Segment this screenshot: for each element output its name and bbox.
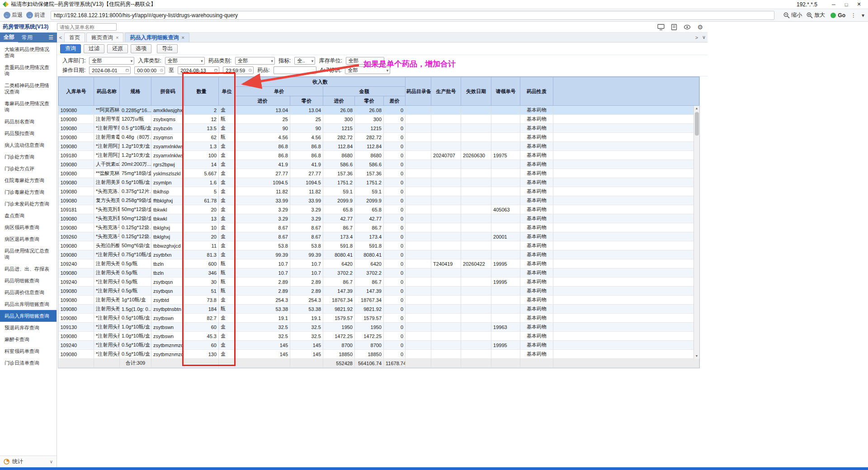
tab-drug-warehousing-query[interactable]: 药品入库明细账查询 × xyxy=(125,33,189,42)
dept-select[interactable]: 全部▾ xyxy=(89,57,134,65)
table-vertical-scrollbar[interactable]: ▲ ▼ xyxy=(693,106,699,359)
table-row[interactable]: 109130*注射用头孢...1.0g*10瓶/盒zsytbswn60盒32.5… xyxy=(59,323,699,332)
table-row[interactable]: 109080**阿莫西林...0.2285g*16...amxlklwsjghx… xyxy=(59,106,699,115)
sidebar-item[interactable]: 麻醉卡查询 xyxy=(0,334,57,345)
column-header-drug-name[interactable]: 药品名称 xyxy=(94,77,120,106)
sidebar-item[interactable]: 药品明细账查询 xyxy=(0,275,57,287)
tab-home[interactable]: 首页 xyxy=(64,33,85,42)
sidebar-item[interactable]: 病区领药单查询 xyxy=(0,221,57,233)
settings-gear-icon[interactable]: ⚙ xyxy=(697,24,703,30)
query-button[interactable]: 查询 xyxy=(60,44,81,53)
column-header-pinyin[interactable]: 拼音码 xyxy=(151,77,184,106)
table-row[interactable]: 109080*注射用苄星...0.5 g*10瓶/盒zsybzxln13.5盒9… xyxy=(59,124,699,133)
time-to-input[interactable]: 23:59:59 xyxy=(223,66,254,74)
column-header-cost-amount[interactable]: 进价 xyxy=(323,96,355,106)
column-header-order-no[interactable]: 入库单号 xyxy=(59,77,94,106)
sidebar-item[interactable]: 预退药库存查询 xyxy=(0,322,57,334)
column-group-income[interactable]: 收入数 xyxy=(235,77,406,87)
forward-button[interactable]: → 前进 xyxy=(26,11,45,19)
table-row[interactable]: 109240注射用头孢...0.5g/瓶tbzln600瓶10.710.7642… xyxy=(59,259,699,268)
table-row[interactable]: 109080人干扰素α2...20ml:200万...rgrs2bpwj14盒4… xyxy=(59,160,699,169)
filter-button[interactable]: 过滤 xyxy=(84,44,104,53)
sidebar-item[interactable]: 病区退药单查询 xyxy=(0,233,57,245)
table-row[interactable]: 109181*头孢克肟颗粒50mg*12袋/盒tbkwkl20盒3.293.29… xyxy=(59,205,699,214)
sidebar-item[interactable]: 药品调价信息查询 xyxy=(0,287,57,298)
column-group-amount[interactable]: 金额 xyxy=(323,87,406,96)
sidebar-item[interactable]: 毒麻药品使用情况查询 xyxy=(0,98,57,116)
table-row[interactable]: 109080*注射用头孢...0.5g*10瓶/盒zsytbmznmzd130盒… xyxy=(59,350,699,359)
column-header-expiry[interactable]: 失效日期 xyxy=(461,77,491,106)
sidebar-item[interactable]: 贵重药品使用情况查询 xyxy=(0,61,57,80)
column-header-cost-price[interactable]: 进价 xyxy=(235,96,290,106)
chevron-down-icon[interactable]: ∨ xyxy=(50,459,53,464)
sidebar-item[interactable]: 药品别名查询 xyxy=(0,116,57,127)
table-row[interactable]: 109080复方头孢克...0.258g*9袋/盒fftbklghxj61.78… xyxy=(59,196,699,205)
column-header-nature[interactable]: 药品性质 xyxy=(520,77,553,106)
column-group-unit-price[interactable]: 单价 xyxy=(235,87,323,96)
table-row[interactable]: 109080*头孢克洛干...0.125g*12袋...tbklghxj10盒8… xyxy=(59,223,699,232)
table-row[interactable]: 109080头孢泊肟酯...50mg*6袋/盒tbbwzghxjcd11盒53.… xyxy=(59,241,699,250)
type-select[interactable]: 全部▾ xyxy=(165,57,205,65)
close-tab-icon[interactable]: × xyxy=(116,35,118,40)
table-row[interactable]: 109080*注射用头孢...0.5g/瓶zsytbqsn51瓶2.892.89… xyxy=(59,287,699,296)
table-row[interactable]: 109080注射用头孢...1g*10瓶/盒zsytbtd73.8盒254.32… xyxy=(59,296,699,305)
column-header-req-no[interactable]: 请领单号 xyxy=(491,77,520,106)
indicator-select[interactable]: 全..▾ xyxy=(294,57,315,65)
sidebar-item[interactable]: 门诊处方点评 xyxy=(0,163,57,174)
menu-collapse-icon[interactable]: ☰ xyxy=(48,34,53,41)
sidebar-item[interactable]: 门诊处方查询 xyxy=(0,151,57,163)
maximize-icon[interactable]: □ xyxy=(840,2,853,7)
time-from-input[interactable]: 00:00:00 xyxy=(134,66,165,74)
column-header-batch[interactable]: 生产批号 xyxy=(431,77,461,106)
table-row[interactable]: 109080注射用苄星...120万u/瓶zsybxqms12瓶25253003… xyxy=(59,115,699,124)
options-button[interactable]: 选项 xyxy=(131,44,151,53)
browser-menu-icon[interactable]: ⋮ xyxy=(851,12,856,19)
scroll-up-icon[interactable]: ▲ xyxy=(695,106,698,111)
date-from-input[interactable]: 2024-08-01 xyxy=(89,66,131,74)
sidebar-item[interactable]: 药品进、出、存报表 xyxy=(0,263,57,275)
table-row[interactable]: 109080*头孢克肟颗粒50mg*12袋/盒tbkwkl13盒3.293.29… xyxy=(59,214,699,223)
back-button[interactable]: ← 后退 xyxy=(4,11,23,19)
sidebar-item[interactable]: 药品使用情况汇总查询 xyxy=(0,245,57,263)
sidebar-item[interactable]: 门诊日清单查询 xyxy=(0,357,57,369)
table-row[interactable]: 109080**盐酸克林...75mg*18袋/盒ysklmszlszkl5.6… xyxy=(59,169,699,178)
table-row[interactable]: 109080*注射用头孢...1.0g*10瓶/盒zsytbswn45.3盒32… xyxy=(59,332,699,341)
eye-icon[interactable] xyxy=(684,24,691,30)
category-select[interactable]: 全部▾ xyxy=(235,57,275,65)
go-button[interactable]: Go xyxy=(838,12,845,19)
tab-list-dropdown-icon[interactable]: ∨ xyxy=(700,34,708,42)
sidebar-item[interactable]: 药品入库明细账查询 xyxy=(0,310,57,322)
close-tab-icon[interactable]: × xyxy=(181,35,184,40)
table-row[interactable]: 109240*注射用头孢...0.5g/瓶zsytbqsn30瓶2.892.89… xyxy=(59,277,699,287)
zoom-out-button[interactable]: 缩小 xyxy=(783,11,802,19)
column-header-spec[interactable]: 规格 xyxy=(120,77,151,106)
sidebar-item[interactable]: 二类精神药品使用情况查询 xyxy=(0,80,57,98)
sidebar-item[interactable]: 门诊未发药处方查询 xyxy=(0,198,57,210)
stats-section-header[interactable]: 统计 ∨ xyxy=(0,456,57,467)
sidebar-item[interactable]: 住院毒麻处方查询 xyxy=(0,174,57,186)
tab-scroll-right-icon[interactable]: > xyxy=(693,35,700,42)
sidebar-item[interactable]: 大输液药品使用情况查询 xyxy=(0,43,57,61)
table-row[interactable]: 109080*注射用头孢...0.75g*10瓶/盒zsytbfxn81.3盒9… xyxy=(59,250,699,259)
tab-scroll-left-icon[interactable]: < xyxy=(57,35,64,42)
table-row[interactable]: 109080*注射用头孢...0.5g*10瓶/盒zsytbswn82.7盒19… xyxy=(59,314,699,323)
sidebar-tab-common[interactable]: 常用 xyxy=(18,33,36,42)
date-to-input[interactable]: 2024-08-13 xyxy=(178,66,219,74)
export-button[interactable]: 导出 xyxy=(157,44,178,53)
sidebar-item[interactable]: 药品出库明细账查询 xyxy=(0,298,57,310)
scrollbar-thumb[interactable] xyxy=(695,112,699,136)
menu-search-input[interactable] xyxy=(57,23,117,31)
restore-button[interactable]: 还原 xyxy=(107,44,128,53)
sidebar-item[interactable]: 盘点查询 xyxy=(0,210,57,221)
table-row[interactable]: 109240*注射用头孢...0.5g*10瓶/盒zsytbmznmzd60盒1… xyxy=(59,341,699,350)
table-row[interactable]: 109080*头孢克洛...0.375g*12片...tbklhsp5盒11.8… xyxy=(59,187,699,196)
table-row[interactable]: 109080*注射用阿莫...1.2g*10支/盒zsyamxlnklws1.3… xyxy=(59,142,699,151)
column-header-unit[interactable]: 单位 xyxy=(219,77,235,106)
sidebar-item[interactable]: 门诊毒麻处方查询 xyxy=(0,186,57,198)
sidebar-tab-all[interactable]: 全部 xyxy=(0,33,18,43)
zoom-in-button[interactable]: 放大 xyxy=(807,11,825,19)
table-row[interactable]: 109180*注射用阿莫...1.2g*10支/盒zsyamxlnklws100… xyxy=(59,151,699,160)
url-bar[interactable]: http://192.168.122.191:8000/his-yf/app/#… xyxy=(51,11,774,20)
sidebar-item[interactable]: 病人流动信息查询 xyxy=(0,139,57,151)
column-header-retail-price[interactable]: 零价 xyxy=(290,96,323,106)
